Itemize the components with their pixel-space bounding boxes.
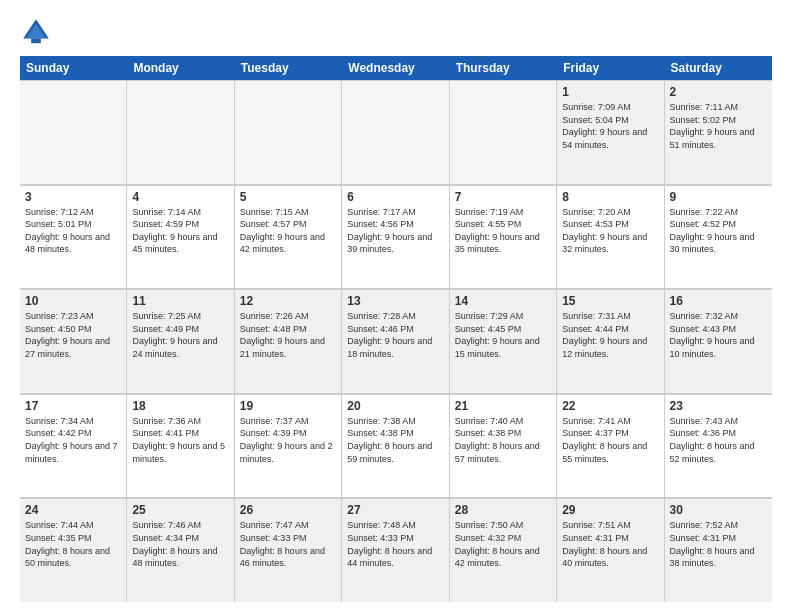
day-detail: Sunrise: 7:20 AMSunset: 4:53 PMDaylight:…	[562, 206, 658, 256]
calendar-cell: 4Sunrise: 7:14 AMSunset: 4:59 PMDaylight…	[127, 186, 234, 289]
day-detail: Sunrise: 7:23 AMSunset: 4:50 PMDaylight:…	[25, 310, 121, 360]
day-number: 4	[132, 190, 228, 204]
calendar-cell: 23Sunrise: 7:43 AMSunset: 4:36 PMDayligh…	[665, 395, 772, 498]
day-number: 22	[562, 399, 658, 413]
day-number: 23	[670, 399, 767, 413]
calendar-cell: 22Sunrise: 7:41 AMSunset: 4:37 PMDayligh…	[557, 395, 664, 498]
day-number: 25	[132, 503, 228, 517]
day-number: 7	[455, 190, 551, 204]
day-detail: Sunrise: 7:11 AMSunset: 5:02 PMDaylight:…	[670, 101, 767, 151]
calendar-row-4: 24Sunrise: 7:44 AMSunset: 4:35 PMDayligh…	[20, 498, 772, 602]
day-number: 12	[240, 294, 336, 308]
day-detail: Sunrise: 7:38 AMSunset: 4:38 PMDaylight:…	[347, 415, 443, 465]
calendar-cell: 5Sunrise: 7:15 AMSunset: 4:57 PMDaylight…	[235, 186, 342, 289]
day-number: 30	[670, 503, 767, 517]
header	[20, 16, 772, 48]
day-number: 20	[347, 399, 443, 413]
calendar-cell	[342, 81, 449, 184]
day-detail: Sunrise: 7:14 AMSunset: 4:59 PMDaylight:…	[132, 206, 228, 256]
day-number: 26	[240, 503, 336, 517]
day-detail: Sunrise: 7:48 AMSunset: 4:33 PMDaylight:…	[347, 519, 443, 569]
day-detail: Sunrise: 7:26 AMSunset: 4:48 PMDaylight:…	[240, 310, 336, 360]
logo-icon	[20, 16, 52, 48]
calendar-cell: 13Sunrise: 7:28 AMSunset: 4:46 PMDayligh…	[342, 290, 449, 393]
calendar-cell: 12Sunrise: 7:26 AMSunset: 4:48 PMDayligh…	[235, 290, 342, 393]
day-number: 8	[562, 190, 658, 204]
calendar-cell: 17Sunrise: 7:34 AMSunset: 4:42 PMDayligh…	[20, 395, 127, 498]
calendar-cell: 21Sunrise: 7:40 AMSunset: 4:38 PMDayligh…	[450, 395, 557, 498]
day-number: 1	[562, 85, 658, 99]
day-detail: Sunrise: 7:28 AMSunset: 4:46 PMDaylight:…	[347, 310, 443, 360]
calendar-row-0: 1Sunrise: 7:09 AMSunset: 5:04 PMDaylight…	[20, 80, 772, 185]
day-number: 18	[132, 399, 228, 413]
calendar-row-2: 10Sunrise: 7:23 AMSunset: 4:50 PMDayligh…	[20, 289, 772, 394]
calendar-row-3: 17Sunrise: 7:34 AMSunset: 4:42 PMDayligh…	[20, 394, 772, 499]
calendar-cell: 30Sunrise: 7:52 AMSunset: 4:31 PMDayligh…	[665, 499, 772, 602]
logo	[20, 16, 56, 48]
day-detail: Sunrise: 7:09 AMSunset: 5:04 PMDaylight:…	[562, 101, 658, 151]
day-detail: Sunrise: 7:51 AMSunset: 4:31 PMDaylight:…	[562, 519, 658, 569]
calendar-cell: 6Sunrise: 7:17 AMSunset: 4:56 PMDaylight…	[342, 186, 449, 289]
day-number: 19	[240, 399, 336, 413]
day-detail: Sunrise: 7:41 AMSunset: 4:37 PMDaylight:…	[562, 415, 658, 465]
calendar-cell	[235, 81, 342, 184]
calendar-cell: 20Sunrise: 7:38 AMSunset: 4:38 PMDayligh…	[342, 395, 449, 498]
calendar-cell: 28Sunrise: 7:50 AMSunset: 4:32 PMDayligh…	[450, 499, 557, 602]
calendar-cell	[450, 81, 557, 184]
day-number: 16	[670, 294, 767, 308]
page: SundayMondayTuesdayWednesdayThursdayFrid…	[0, 0, 792, 612]
calendar-row-1: 3Sunrise: 7:12 AMSunset: 5:01 PMDaylight…	[20, 185, 772, 290]
calendar-cell: 9Sunrise: 7:22 AMSunset: 4:52 PMDaylight…	[665, 186, 772, 289]
day-number: 2	[670, 85, 767, 99]
day-number: 6	[347, 190, 443, 204]
day-number: 17	[25, 399, 121, 413]
header-day-thursday: Thursday	[450, 56, 557, 80]
day-detail: Sunrise: 7:43 AMSunset: 4:36 PMDaylight:…	[670, 415, 767, 465]
day-detail: Sunrise: 7:52 AMSunset: 4:31 PMDaylight:…	[670, 519, 767, 569]
header-day-sunday: Sunday	[20, 56, 127, 80]
day-detail: Sunrise: 7:46 AMSunset: 4:34 PMDaylight:…	[132, 519, 228, 569]
day-detail: Sunrise: 7:47 AMSunset: 4:33 PMDaylight:…	[240, 519, 336, 569]
calendar-cell: 26Sunrise: 7:47 AMSunset: 4:33 PMDayligh…	[235, 499, 342, 602]
day-number: 27	[347, 503, 443, 517]
day-number: 21	[455, 399, 551, 413]
calendar-cell: 24Sunrise: 7:44 AMSunset: 4:35 PMDayligh…	[20, 499, 127, 602]
day-number: 24	[25, 503, 121, 517]
calendar: SundayMondayTuesdayWednesdayThursdayFrid…	[20, 56, 772, 602]
day-detail: Sunrise: 7:19 AMSunset: 4:55 PMDaylight:…	[455, 206, 551, 256]
calendar-cell: 18Sunrise: 7:36 AMSunset: 4:41 PMDayligh…	[127, 395, 234, 498]
calendar-cell: 10Sunrise: 7:23 AMSunset: 4:50 PMDayligh…	[20, 290, 127, 393]
day-detail: Sunrise: 7:37 AMSunset: 4:39 PMDaylight:…	[240, 415, 336, 465]
header-day-wednesday: Wednesday	[342, 56, 449, 80]
calendar-body: 1Sunrise: 7:09 AMSunset: 5:04 PMDaylight…	[20, 80, 772, 602]
calendar-cell: 3Sunrise: 7:12 AMSunset: 5:01 PMDaylight…	[20, 186, 127, 289]
day-number: 10	[25, 294, 121, 308]
day-number: 3	[25, 190, 121, 204]
day-detail: Sunrise: 7:36 AMSunset: 4:41 PMDaylight:…	[132, 415, 228, 465]
header-day-tuesday: Tuesday	[235, 56, 342, 80]
header-day-friday: Friday	[557, 56, 664, 80]
day-detail: Sunrise: 7:12 AMSunset: 5:01 PMDaylight:…	[25, 206, 121, 256]
calendar-cell: 25Sunrise: 7:46 AMSunset: 4:34 PMDayligh…	[127, 499, 234, 602]
day-number: 28	[455, 503, 551, 517]
day-detail: Sunrise: 7:29 AMSunset: 4:45 PMDaylight:…	[455, 310, 551, 360]
calendar-cell: 19Sunrise: 7:37 AMSunset: 4:39 PMDayligh…	[235, 395, 342, 498]
day-detail: Sunrise: 7:31 AMSunset: 4:44 PMDaylight:…	[562, 310, 658, 360]
calendar-cell: 8Sunrise: 7:20 AMSunset: 4:53 PMDaylight…	[557, 186, 664, 289]
calendar-cell: 15Sunrise: 7:31 AMSunset: 4:44 PMDayligh…	[557, 290, 664, 393]
day-detail: Sunrise: 7:22 AMSunset: 4:52 PMDaylight:…	[670, 206, 767, 256]
day-detail: Sunrise: 7:50 AMSunset: 4:32 PMDaylight:…	[455, 519, 551, 569]
day-number: 13	[347, 294, 443, 308]
day-detail: Sunrise: 7:34 AMSunset: 4:42 PMDaylight:…	[25, 415, 121, 465]
calendar-cell: 16Sunrise: 7:32 AMSunset: 4:43 PMDayligh…	[665, 290, 772, 393]
day-number: 5	[240, 190, 336, 204]
header-day-monday: Monday	[127, 56, 234, 80]
day-number: 15	[562, 294, 658, 308]
day-number: 9	[670, 190, 767, 204]
calendar-cell	[127, 81, 234, 184]
calendar-header: SundayMondayTuesdayWednesdayThursdayFrid…	[20, 56, 772, 80]
calendar-cell: 14Sunrise: 7:29 AMSunset: 4:45 PMDayligh…	[450, 290, 557, 393]
calendar-cell: 29Sunrise: 7:51 AMSunset: 4:31 PMDayligh…	[557, 499, 664, 602]
day-detail: Sunrise: 7:17 AMSunset: 4:56 PMDaylight:…	[347, 206, 443, 256]
calendar-cell: 1Sunrise: 7:09 AMSunset: 5:04 PMDaylight…	[557, 81, 664, 184]
